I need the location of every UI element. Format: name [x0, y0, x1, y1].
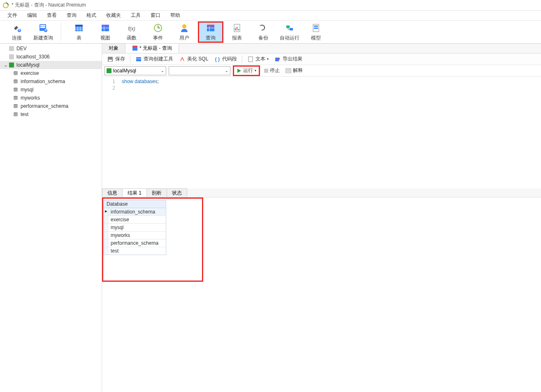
tb-event-label: 事件 — [153, 35, 163, 42]
line-number: 2 — [102, 85, 115, 91]
tb-table[interactable]: 表 — [66, 21, 92, 43]
menu-window[interactable]: 窗口 — [146, 11, 165, 21]
svg-rect-29 — [237, 27, 237, 30]
model-icon — [310, 22, 322, 34]
result-grid[interactable]: Database ▸information_schema exercise my… — [104, 200, 166, 255]
main-toolbar: + 连接 + 新建查询 表 视图 f(x) 函数 事件 用户 查询 报表 备份 … — [0, 21, 541, 44]
result-row[interactable]: myworks — [104, 232, 166, 239]
text-label: 文本 — [255, 56, 265, 63]
tb-report[interactable]: 报表 — [224, 21, 250, 43]
result-row[interactable]: mysql — [104, 224, 166, 232]
stop-button[interactable]: 停止 — [262, 67, 281, 74]
chevron-down-icon[interactable]: ⌄ — [3, 62, 8, 68]
result-tab-status[interactable]: 状态 — [167, 188, 187, 197]
snippet-button[interactable]: ( ) 代码段 — [212, 54, 239, 64]
database-select[interactable]: ⌄ — [169, 66, 230, 75]
tree-db-test[interactable]: test — [0, 110, 102, 118]
save-label: 保存 — [115, 56, 125, 63]
tb-newquery[interactable]: + 新建查询 — [30, 21, 56, 43]
tb-user-label: 用户 — [179, 35, 189, 42]
editor-code[interactable]: show databases; — [118, 77, 541, 188]
text-button[interactable]: 文本 ▾ — [246, 54, 270, 64]
tb-connect-label: 连接 — [12, 35, 22, 42]
tree-db-performance-schema[interactable]: performance_schema — [0, 102, 102, 110]
tree-db-information-schema[interactable]: information_schema — [0, 77, 102, 86]
export-button[interactable]: 导出结果 — [273, 54, 304, 64]
run-button[interactable]: 运行 ▾ — [237, 67, 256, 74]
menu-favorites[interactable]: 收藏夹 — [101, 11, 126, 21]
result-row[interactable]: exercise — [104, 216, 166, 224]
tab-query[interactable]: * 无标题 - 查询 — [125, 44, 179, 53]
tree-label: test — [21, 111, 28, 117]
clock-icon — [152, 22, 164, 34]
row-marker-icon — [104, 247, 108, 255]
database-icon — [12, 111, 19, 118]
connection-select[interactable]: localMysql ⌄ — [104, 66, 166, 75]
result-row[interactable]: test — [104, 247, 166, 255]
tab-objects[interactable]: 对象 — [102, 44, 125, 53]
result-header[interactable]: Database — [104, 200, 166, 208]
tb-auto[interactable]: 自动运行 — [277, 21, 302, 43]
svg-text:+: + — [18, 27, 21, 33]
tb-model[interactable]: 模型 — [303, 21, 329, 43]
titlebar: * 无标题 - 查询 - Navicat Premium — [0, 0, 541, 11]
tree-conn-localmysql[interactable]: ⌄ localMysql — [0, 61, 102, 69]
tb-auto-label: 自动运行 — [280, 35, 300, 42]
view-icon — [100, 22, 111, 34]
tree-db-exercise[interactable]: exercise — [0, 69, 102, 77]
sub-toolbar: 保存 查询创建工具 美化 SQL ( ) 代码段 文本 ▾ — [102, 53, 541, 65]
tb-report-label: 报表 — [232, 35, 242, 42]
menu-edit[interactable]: 编辑 — [22, 11, 42, 21]
play-icon — [237, 68, 241, 73]
tb-backup[interactable]: 备份 — [251, 21, 276, 43]
tb-event[interactable]: 事件 — [145, 21, 171, 43]
explain-icon — [286, 68, 291, 74]
menu-query[interactable]: 查询 — [62, 11, 81, 21]
query-builder-button[interactable]: 查询创建工具 — [134, 54, 175, 64]
sql-editor[interactable]: 1 2 show databases; — [102, 77, 541, 188]
save-icon — [107, 56, 114, 63]
sidebar: DEV localhost_3306 ⌄ localMysql exercise… — [0, 44, 102, 392]
tb-connect[interactable]: + 连接 — [4, 21, 30, 43]
tree-label: localMysql — [16, 62, 39, 68]
svg-rect-56 — [264, 69, 268, 73]
tb-query[interactable]: 查询 — [198, 21, 223, 43]
explain-button[interactable]: 解释 — [284, 67, 304, 74]
connection-icon — [8, 45, 15, 52]
result-row[interactable]: performance_schema — [104, 239, 166, 247]
svg-rect-39 — [9, 54, 14, 59]
tb-view[interactable]: 视图 — [93, 21, 118, 43]
result-cell: performance_schema — [108, 239, 166, 247]
run-group-highlight: 运行 ▾ — [233, 65, 260, 76]
menu-file[interactable]: 文件 — [2, 11, 22, 21]
database-icon — [12, 86, 19, 93]
tb-function[interactable]: f(x) 函数 — [119, 21, 144, 43]
snippet-icon: ( ) — [214, 56, 221, 63]
save-button[interactable]: 保存 — [105, 54, 127, 64]
row-marker-icon — [104, 224, 108, 231]
tree-db-mysql[interactable]: mysql — [0, 86, 102, 94]
beautify-sql-button[interactable]: 美化 SQL — [177, 54, 210, 64]
tree-db-myworks[interactable]: myworks — [0, 94, 102, 102]
result-tab-profile[interactable]: 剖析 — [146, 188, 167, 197]
dropdown-arrow-icon: ⌄ — [223, 69, 230, 73]
menu-tools[interactable]: 工具 — [126, 11, 146, 21]
tree-conn-dev[interactable]: DEV — [0, 44, 102, 53]
menu-format[interactable]: 格式 — [81, 11, 101, 21]
tb-user[interactable]: 用户 — [172, 21, 197, 43]
tree-label: information_schema — [21, 79, 65, 84]
menu-help[interactable]: 帮助 — [165, 11, 185, 21]
fx-icon: f(x) — [126, 22, 137, 34]
snippet-label: 代码段 — [222, 56, 237, 63]
main-panel: 对象 * 无标题 - 查询 保存 查询创建工具 美化 SQL ( ) — [102, 44, 541, 392]
database-icon — [12, 70, 19, 77]
builder-icon — [135, 56, 142, 63]
svg-rect-55 — [107, 68, 111, 73]
result-tab-info[interactable]: 信息 — [102, 188, 123, 197]
table-icon — [73, 22, 85, 34]
result-row[interactable]: ▸information_schema — [104, 208, 166, 216]
menu-view[interactable]: 查看 — [42, 11, 62, 21]
window-title: * 无标题 - 查询 - Navicat Premium — [12, 2, 86, 9]
tree-conn-localhost3306[interactable]: localhost_3306 — [0, 53, 102, 61]
result-tab-result1[interactable]: 结果 1 — [122, 188, 147, 197]
